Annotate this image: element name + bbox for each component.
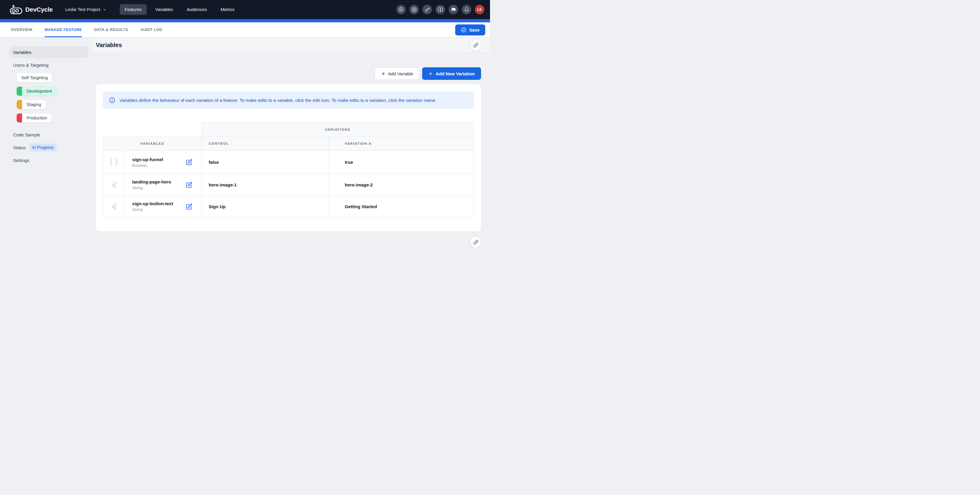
project-name: Leslie Test Project — [65, 7, 100, 12]
add-new-variation-button[interactable]: Add New Variation — [422, 67, 481, 80]
variable-type: String — [132, 186, 171, 190]
boolean-type-icon: ( ) — [110, 157, 118, 167]
table-spacer — [103, 122, 202, 137]
add-variable-label: Add Variable — [388, 71, 414, 76]
control-value: false — [202, 151, 329, 174]
sidebar-env-development[interactable]: Development — [17, 87, 56, 95]
plus-circle-icon — [398, 7, 404, 12]
feature-sidebar: Variables Users & Targeting Self-Targeti… — [0, 38, 92, 247]
page-loading-bar — [0, 19, 490, 22]
variation-a-value: true — [329, 151, 474, 174]
variable-type: String — [132, 207, 173, 212]
table-row-name-cell: landing-page-hero String — [125, 174, 202, 196]
book-open-icon — [438, 7, 443, 12]
copy-section-link-button[interactable] — [470, 40, 481, 51]
edit-variable-button[interactable] — [186, 159, 192, 165]
plus-icon — [428, 72, 433, 76]
nav-item-features[interactable]: Features — [120, 4, 147, 15]
column-header-variables: VARIABLES — [103, 137, 202, 151]
feature-tab-bar: OVERVIEW MANAGE FEATURE DATA & RESULTS A… — [0, 22, 490, 38]
top-navbar: DevCycle Leslie Test Project Features Va… — [0, 0, 490, 19]
variation-a-value: hero-image-2 — [329, 174, 474, 196]
api-keys-button[interactable] — [422, 5, 432, 14]
status-badge[interactable]: In Progress — [29, 143, 57, 151]
control-value: Sign Up — [202, 196, 329, 217]
tab-data-results[interactable]: DATA & RESULTS — [94, 22, 128, 37]
table-row-icon-cell — [103, 196, 125, 217]
nav-item-audiences[interactable]: Audiences — [181, 4, 212, 15]
check-circle-icon — [461, 27, 466, 33]
chevron-down-icon — [103, 8, 107, 12]
discord-button[interactable] — [449, 5, 458, 14]
edit-pencil-icon — [186, 182, 192, 188]
next-section-partial — [96, 237, 481, 247]
link-icon — [473, 240, 478, 245]
environment-list: Self-Targeting Development Staging — [17, 73, 92, 127]
env-color-bar-development — [17, 87, 22, 95]
sidebar-item-code-sample[interactable]: Code Sample — [10, 129, 88, 140]
settings-button[interactable] — [409, 5, 419, 14]
actions-row: Add Variable Add New Variation — [96, 67, 481, 80]
nav-item-metrics[interactable]: Metrics — [216, 4, 240, 15]
project-switcher[interactable]: Leslie Test Project — [65, 7, 106, 12]
link-icon — [473, 43, 478, 48]
edit-pencil-icon — [186, 204, 192, 210]
copy-section-link-button-2[interactable] — [470, 237, 481, 247]
notifications-button[interactable] — [462, 5, 471, 14]
variable-type: Boolean — [132, 163, 163, 168]
variables-table: VARIATIONS VARIABLES CONTROL VARIATION A… — [103, 122, 474, 217]
edit-variable-button[interactable] — [186, 204, 192, 210]
sidebar-env-production[interactable]: Production — [17, 113, 51, 123]
variation-a-value: Getting Started — [329, 196, 474, 217]
section-header: Variables — [92, 38, 490, 53]
info-banner: Variables define the behaviour of each v… — [103, 91, 474, 109]
edit-variable-button[interactable] — [186, 182, 192, 188]
sidebar-item-variables[interactable]: Variables — [10, 46, 88, 58]
add-variable-button[interactable]: Add Variable — [374, 67, 420, 80]
status-label: Status — [13, 145, 26, 150]
app-window: DevCycle Leslie Test Project Features Va… — [0, 0, 490, 247]
user-avatar[interactable]: LE — [475, 5, 484, 14]
main-panel: Variables Add Variable — [92, 38, 490, 247]
table-row-name-cell: sign-up-button-text String — [125, 196, 202, 217]
variables-card: Variables define the behaviour of each v… — [96, 84, 481, 231]
discord-icon — [451, 7, 456, 12]
sidebar-item-settings[interactable]: Settings — [10, 154, 88, 166]
page-title: Variables — [96, 42, 122, 49]
sparkles-icon — [110, 202, 118, 210]
brand-home-link[interactable]: DevCycle — [10, 5, 53, 14]
primary-nav: Features Variables Audiences Metrics — [120, 4, 240, 15]
gear-icon — [412, 7, 417, 12]
plus-icon — [381, 72, 385, 76]
tab-manage-feature[interactable]: MANAGE FEATURE — [45, 22, 82, 37]
column-header-variation-a: VARIATION A — [329, 137, 474, 151]
sidebar-env-staging[interactable]: Staging — [17, 100, 46, 109]
sparkles-icon — [110, 181, 118, 189]
key-icon — [425, 7, 430, 12]
brand-name: DevCycle — [25, 6, 53, 13]
info-icon — [109, 97, 115, 103]
edit-pencil-icon — [186, 159, 192, 165]
env-color-bar-staging — [17, 100, 22, 109]
variables-content: Add Variable Add New Variation — [92, 53, 490, 247]
save-button-label: Save — [469, 27, 480, 32]
env-label: Self-Targeting — [17, 73, 52, 82]
sidebar-item-users-targeting[interactable]: Users & Targeting — [10, 59, 88, 71]
sidebar-env-self-targeting[interactable]: Self-Targeting — [17, 73, 52, 82]
column-header-control: CONTROL — [202, 137, 329, 151]
table-row-icon-cell: ( ) — [103, 151, 125, 174]
tab-overview[interactable]: OVERVIEW — [11, 22, 32, 37]
sidebar-item-status[interactable]: Status In Progress — [10, 142, 88, 153]
save-button[interactable]: Save — [455, 24, 485, 35]
bell-icon — [464, 7, 469, 12]
add-new-variation-label: Add New Variation — [436, 71, 475, 76]
docs-button[interactable] — [436, 5, 445, 14]
nav-item-variables[interactable]: Variables — [150, 4, 178, 15]
devcycle-logo-icon — [10, 5, 22, 14]
env-color-bar-production — [17, 113, 22, 123]
env-label: Development — [22, 87, 56, 95]
tab-audit-log[interactable]: AUDIT LOG — [140, 22, 162, 37]
env-label: Staging — [22, 100, 46, 109]
navbar-utilities: LE — [396, 5, 484, 14]
create-new-button[interactable] — [396, 5, 406, 14]
